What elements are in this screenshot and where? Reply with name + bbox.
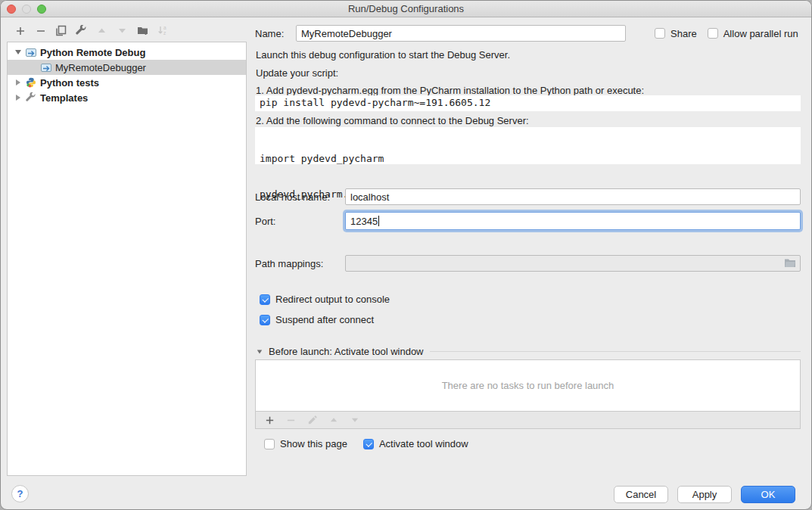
window-title: Run/Debug Configurations bbox=[1, 1, 811, 17]
tree-item-python-tests[interactable]: Python tests bbox=[8, 75, 246, 90]
close-window-icon[interactable] bbox=[7, 5, 16, 14]
redirect-output-row: Redirect output to console bbox=[260, 294, 390, 305]
activate-tool-window-label: Activate tool window bbox=[379, 438, 468, 449]
svg-text:z: z bbox=[163, 30, 166, 36]
instruction-step-2: 2. Add the following command to connect … bbox=[256, 115, 529, 126]
share-label: Share bbox=[670, 28, 697, 39]
move-task-up-icon bbox=[327, 414, 340, 427]
before-launch-header[interactable]: Before launch: Activate tool window bbox=[257, 346, 801, 357]
local-host-row: Local host name: bbox=[255, 188, 801, 205]
before-launch-title: Before launch: Activate tool window bbox=[269, 346, 424, 357]
move-task-down-icon bbox=[348, 414, 361, 427]
local-host-input[interactable] bbox=[345, 188, 801, 205]
remove-task-icon bbox=[285, 414, 297, 427]
svg-text:a: a bbox=[163, 25, 166, 30]
instruction-line-1: Launch this debug configuration to start… bbox=[256, 49, 510, 61]
suspend-after-connect-row: Suspend after connect bbox=[260, 314, 374, 325]
port-label: Port: bbox=[255, 216, 345, 227]
titlebar[interactable]: Run/Debug Configurations bbox=[1, 1, 811, 17]
allow-parallel-run-label: Allow parallel run bbox=[723, 28, 798, 39]
configurations-tree: Python Remote Debug MyRemoteDebugger Pyt… bbox=[7, 42, 247, 476]
redirect-output-label: Redirect output to console bbox=[275, 294, 390, 305]
move-down-icon bbox=[116, 24, 129, 37]
configurations-toolbar: az bbox=[14, 24, 170, 37]
allow-parallel-run-checkbox[interactable] bbox=[708, 28, 718, 39]
allow-parallel-checkbox-row: Allow parallel run bbox=[708, 28, 798, 39]
pip-install-code: pip install pydevd-pycharm~=191.6605.12 bbox=[255, 95, 801, 111]
tree-item-label: Templates bbox=[40, 92, 88, 104]
sort-configurations-icon: az bbox=[157, 24, 170, 37]
tree-item-myremotedebugger[interactable]: MyRemoteDebugger bbox=[8, 60, 246, 75]
remote-debug-config-icon bbox=[41, 64, 51, 72]
tree-item-label: Python Remote Debug bbox=[40, 47, 145, 58]
instruction-line-2: Update your script: bbox=[256, 67, 338, 79]
tree-item-label: MyRemoteDebugger bbox=[55, 62, 146, 73]
instruction-step-1: 1. Add pydevd-pycharm.egg from the PyCha… bbox=[256, 85, 644, 96]
empty-tasks-text: There are no tasks to run before launch bbox=[442, 380, 614, 391]
folder-icon[interactable] bbox=[784, 258, 796, 269]
edit-templates-wrench-icon[interactable] bbox=[75, 24, 88, 37]
edit-task-pencil-icon bbox=[306, 414, 319, 427]
share-checkbox-row: Share bbox=[655, 28, 697, 39]
ok-button[interactable]: OK bbox=[741, 486, 795, 503]
traffic-lights bbox=[7, 5, 46, 14]
apply-button[interactable]: Apply bbox=[677, 486, 732, 503]
tasks-toolbar bbox=[255, 412, 801, 429]
tree-item-templates[interactable]: Templates bbox=[8, 90, 246, 105]
show-this-page-checkbox[interactable] bbox=[264, 439, 275, 449]
show-this-page-row: Show this page Activate tool window bbox=[264, 438, 468, 449]
move-up-icon bbox=[95, 24, 108, 37]
local-host-label: Local host name: bbox=[255, 191, 345, 203]
path-mappings-input[interactable] bbox=[345, 255, 801, 272]
zoom-window-icon[interactable] bbox=[37, 5, 46, 14]
configuration-editor: Name: Share Allow parallel run Launch th… bbox=[255, 23, 801, 485]
expand-arrow-icon[interactable] bbox=[16, 79, 20, 86]
minimize-window-icon bbox=[22, 5, 31, 14]
create-new-folder-icon[interactable] bbox=[136, 24, 149, 37]
wrench-icon bbox=[26, 92, 36, 103]
python-tests-icon bbox=[26, 77, 36, 88]
port-row: Port: 12345 bbox=[255, 212, 801, 230]
expand-arrow-icon[interactable] bbox=[16, 95, 20, 101]
text-cursor bbox=[378, 216, 379, 226]
before-launch-tasks-list[interactable]: There are no tasks to run before launch bbox=[255, 359, 801, 412]
help-button[interactable]: ? bbox=[11, 485, 29, 502]
settrace-code-line-1: import pydevd_pycharm bbox=[260, 152, 796, 165]
add-icon[interactable] bbox=[14, 24, 26, 37]
add-task-icon[interactable] bbox=[263, 414, 276, 427]
suspend-after-connect-label: Suspend after connect bbox=[275, 314, 374, 325]
activate-tool-window-checkbox[interactable] bbox=[363, 439, 374, 449]
port-input[interactable]: 12345 bbox=[345, 212, 801, 230]
collapse-arrow-icon[interactable] bbox=[15, 50, 21, 54]
path-mappings-label: Path mappings: bbox=[255, 258, 345, 269]
path-mappings-row: Path mappings: bbox=[255, 255, 801, 272]
cancel-button[interactable]: Cancel bbox=[614, 486, 668, 503]
copy-configuration-icon[interactable] bbox=[54, 24, 67, 37]
share-checkbox[interactable] bbox=[655, 28, 665, 39]
tree-item-label: Python tests bbox=[40, 77, 99, 89]
port-value: 12345 bbox=[350, 216, 378, 227]
name-row: Name: Share Allow parallel run bbox=[255, 25, 801, 42]
suspend-after-connect-checkbox[interactable] bbox=[260, 315, 270, 325]
name-input[interactable] bbox=[296, 25, 626, 42]
settrace-code-block: import pydevd_pycharm pydevd_pycharm.set… bbox=[255, 127, 801, 164]
collapse-arrow-icon[interactable] bbox=[257, 350, 262, 353]
question-mark-icon: ? bbox=[17, 488, 23, 499]
show-this-page-label: Show this page bbox=[280, 438, 347, 449]
run-debug-configurations-dialog: Run/Debug Configurations az bbox=[0, 0, 812, 510]
separator-line bbox=[430, 351, 801, 352]
tree-item-python-remote-debug[interactable]: Python Remote Debug bbox=[8, 45, 246, 60]
remove-icon[interactable] bbox=[34, 24, 47, 37]
remote-debug-config-icon bbox=[26, 48, 36, 57]
name-label: Name: bbox=[255, 28, 296, 39]
redirect-output-checkbox[interactable] bbox=[260, 294, 270, 305]
